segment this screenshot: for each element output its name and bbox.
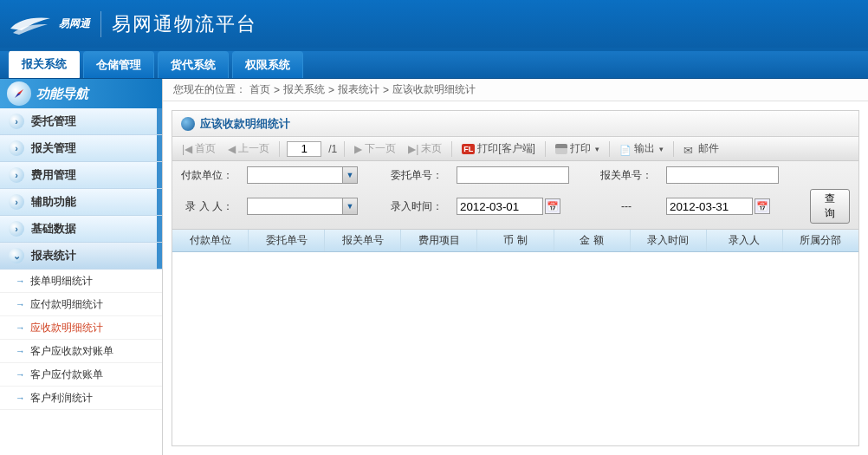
page-number-input[interactable] bbox=[287, 141, 321, 157]
sidebar-item-label: 报关管理 bbox=[31, 140, 76, 156]
arrow-right-icon: → bbox=[16, 299, 25, 309]
entry-person-input[interactable] bbox=[247, 198, 342, 215]
pay-unit-combo[interactable]: ▼ bbox=[247, 166, 377, 184]
chevron-right-icon: › bbox=[9, 221, 24, 237]
sidebar-item-label: 报表统计 bbox=[31, 248, 76, 263]
th-entry-time[interactable]: 录入时间 bbox=[631, 230, 707, 251]
th-amount[interactable]: 金 额 bbox=[554, 230, 631, 251]
th-entry-person[interactable]: 录入人 bbox=[707, 230, 783, 251]
last-page-button[interactable]: ▶|末页 bbox=[405, 140, 444, 158]
sub-item-customer-profit[interactable]: →客户利润统计 bbox=[0, 387, 162, 410]
th-fee-item[interactable]: 费用项目 bbox=[401, 230, 477, 251]
th-branch[interactable]: 所属分部 bbox=[783, 230, 858, 251]
chevron-right-icon: › bbox=[9, 194, 24, 210]
sub-item-label: 客户应收款对账单 bbox=[30, 344, 113, 359]
btn-label: 首页 bbox=[195, 141, 216, 156]
chevron-right-icon: › bbox=[9, 167, 24, 183]
app-header: 易网通 易网通物流平台 bbox=[0, 0, 868, 48]
breadcrumb-item[interactable]: 报关系统 bbox=[283, 82, 325, 97]
sub-item-customer-payable[interactable]: →客户应付款账单 bbox=[0, 363, 162, 387]
pager-toolbar: |◀首页 ◀上一页 /1 ▶下一页 ▶|末页 FL打印[客户端] 打印 输出 邮… bbox=[172, 137, 858, 161]
breadcrumb-item[interactable]: 报表统计 bbox=[338, 82, 379, 97]
dropdown-icon[interactable]: ▼ bbox=[342, 198, 358, 215]
print-client-button[interactable]: FL打印[客户端] bbox=[459, 140, 538, 158]
nav-tab-customs[interactable]: 报关系统 bbox=[9, 50, 80, 78]
sub-item-payable-detail[interactable]: →应付款明细统计 bbox=[0, 293, 162, 316]
th-pay-unit[interactable]: 付款单位 bbox=[172, 230, 249, 251]
sub-item-receivable-detail[interactable]: →应收款明细统计 bbox=[0, 316, 162, 340]
logo-text-small: 易网通 bbox=[59, 16, 90, 31]
sub-item-customer-receivable[interactable]: →客户应收款对账单 bbox=[0, 340, 162, 363]
sidebar-item-aux[interactable]: ›辅助功能 bbox=[0, 189, 162, 216]
export-icon bbox=[619, 144, 632, 154]
arrow-right-icon: → bbox=[16, 393, 25, 403]
arrow-right-icon: → bbox=[16, 369, 25, 380]
date-to-input[interactable] bbox=[666, 198, 753, 215]
sub-item-label: 客户利润统计 bbox=[30, 391, 93, 406]
nav-tabs: 报关系统 仓储管理 货代系统 权限系统 bbox=[0, 48, 868, 79]
sidebar-item-label: 委托管理 bbox=[31, 114, 76, 129]
flash-icon: FL bbox=[462, 144, 475, 154]
customs-no-input[interactable] bbox=[666, 166, 779, 184]
arrow-right-icon: → bbox=[16, 276, 25, 286]
pay-unit-input[interactable] bbox=[247, 166, 342, 184]
calendar-icon[interactable]: 📅 bbox=[545, 198, 560, 214]
panel-title-text: 应该收款明细统计 bbox=[200, 116, 290, 132]
breadcrumb-item[interactable]: 首页 bbox=[249, 82, 270, 97]
btn-label: 打印[客户端] bbox=[477, 141, 535, 156]
entry-person-label: 录 入 人： bbox=[181, 199, 233, 214]
table-body-empty bbox=[172, 252, 858, 445]
sidebar-title: 功能导航 bbox=[36, 86, 88, 102]
prev-page-button[interactable]: ◀上一页 bbox=[225, 140, 272, 158]
entry-person-combo[interactable]: ▼ bbox=[247, 198, 377, 215]
date-to-wrap: 📅 bbox=[666, 198, 796, 215]
th-entrust-no[interactable]: 委托单号 bbox=[249, 230, 325, 251]
pay-unit-label: 付款单位： bbox=[181, 168, 233, 183]
sidebar-item-label: 费用管理 bbox=[31, 167, 76, 183]
query-button[interactable]: 查询 bbox=[810, 189, 850, 224]
first-page-button[interactable]: |◀首页 bbox=[179, 140, 218, 158]
mail-icon bbox=[683, 144, 696, 154]
date-from-input[interactable] bbox=[457, 198, 543, 215]
printer-icon bbox=[555, 144, 567, 154]
panel-title-bar: 应该收款明细统计 bbox=[172, 111, 858, 137]
nav-tab-warehouse[interactable]: 仓储管理 bbox=[83, 51, 154, 78]
dropdown-icon[interactable]: ▼ bbox=[342, 166, 358, 184]
nav-tab-permission[interactable]: 权限系统 bbox=[232, 51, 303, 78]
btn-label: 邮件 bbox=[698, 141, 719, 156]
calendar-icon[interactable]: 📅 bbox=[755, 198, 770, 214]
compass-icon bbox=[7, 81, 31, 106]
logo-wing-icon bbox=[9, 11, 52, 37]
globe-icon bbox=[181, 117, 195, 131]
site-title: 易网通物流平台 bbox=[112, 11, 257, 37]
sub-item-receive-detail[interactable]: →接单明细统计 bbox=[0, 270, 162, 293]
prev-icon: ◀ bbox=[228, 143, 236, 155]
btn-label: 上一页 bbox=[238, 141, 269, 156]
next-page-button[interactable]: ▶下一页 bbox=[352, 140, 398, 158]
btn-label: 打印 bbox=[570, 141, 591, 156]
sidebar-item-entrust[interactable]: ›委托管理 bbox=[0, 108, 162, 135]
chevron-down-icon: ⌄ bbox=[9, 248, 24, 263]
chevron-right-icon: › bbox=[9, 114, 24, 129]
logo-area: 易网通 bbox=[9, 11, 90, 37]
toolbar-separator bbox=[279, 141, 280, 157]
date-separator: --- bbox=[600, 200, 652, 212]
next-icon: ▶ bbox=[354, 143, 362, 155]
entrust-no-input[interactable] bbox=[457, 166, 569, 184]
sidebar-item-reports[interactable]: ⌄报表统计 bbox=[0, 243, 162, 270]
nav-tab-freight[interactable]: 货代系统 bbox=[158, 51, 229, 78]
sidebar-item-label: 辅助功能 bbox=[31, 194, 76, 210]
arrow-right-icon: → bbox=[16, 346, 25, 356]
mail-button[interactable]: 邮件 bbox=[681, 140, 722, 158]
breadcrumb: 您现在的位置： 首页> 报关系统> 报表统计> 应该收款明细统计 bbox=[163, 79, 868, 101]
export-button[interactable]: 输出 bbox=[617, 140, 666, 158]
breadcrumb-item: 应该收款明细统计 bbox=[392, 82, 476, 97]
header-divider bbox=[100, 11, 101, 37]
sidebar-item-customs[interactable]: ›报关管理 bbox=[0, 135, 162, 162]
sidebar-item-basedata[interactable]: ›基础数据 bbox=[0, 216, 162, 243]
entry-time-label: 录入时间： bbox=[391, 199, 443, 214]
print-button[interactable]: 打印 bbox=[553, 140, 602, 158]
th-currency[interactable]: 币 制 bbox=[477, 230, 554, 251]
th-customs-no[interactable]: 报关单号 bbox=[325, 230, 401, 251]
sidebar-item-fee[interactable]: ›费用管理 bbox=[0, 162, 162, 189]
